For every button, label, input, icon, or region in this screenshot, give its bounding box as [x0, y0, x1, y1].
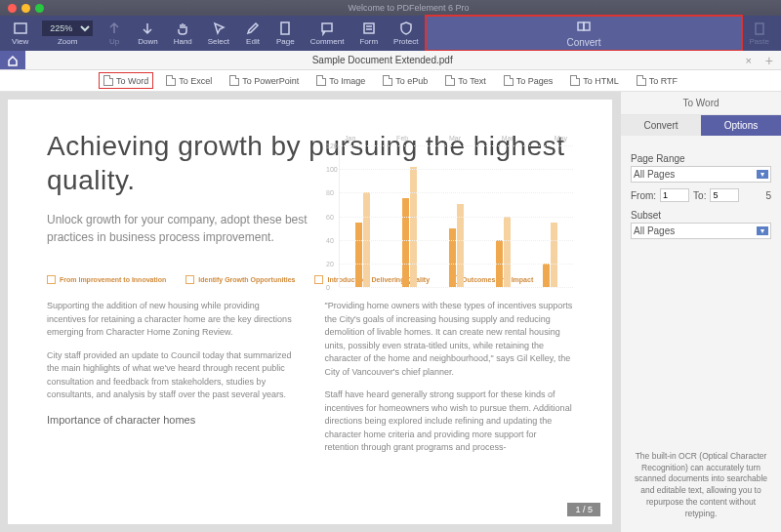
- chevron-down-icon: ▾: [757, 170, 768, 179]
- zoom-control: 225% Zoom: [36, 16, 99, 51]
- tab-strip: Sample Document Extended.pdf × +: [0, 51, 781, 70]
- page-subheading: Unlock growth for your company, adopt th…: [47, 211, 320, 246]
- side-panel: To Word Convert Options Page Range All P…: [620, 92, 781, 532]
- to-html-button[interactable]: To HTML: [566, 73, 623, 88]
- tab-convert[interactable]: Convert: [621, 115, 701, 136]
- svg-rect-4: [578, 22, 584, 30]
- window-controls: [8, 4, 44, 13]
- pencil-icon: [245, 20, 261, 36]
- svg-rect-5: [584, 22, 590, 30]
- tab-options[interactable]: Options: [701, 115, 781, 136]
- form-icon: [361, 20, 377, 36]
- convert-button[interactable]: Convert: [426, 16, 741, 51]
- chevron-down-icon: ▾: [757, 226, 768, 235]
- select-button[interactable]: Select: [200, 16, 237, 51]
- subset-select[interactable]: All Pages▾: [631, 223, 771, 239]
- to-pages-button[interactable]: To Pages: [500, 73, 557, 88]
- paste-button[interactable]: Paste: [742, 16, 777, 51]
- page-icon: [277, 20, 293, 36]
- feature-item: From Improvement to Innovation: [47, 275, 166, 284]
- page-range-select[interactable]: All Pages▾: [631, 166, 771, 183]
- page-button[interactable]: Page: [268, 16, 303, 51]
- form-button[interactable]: Form: [351, 16, 386, 51]
- to-powerpoint-button[interactable]: To PowerPoint: [226, 73, 303, 88]
- page-total: 5: [765, 190, 771, 201]
- to-text-button[interactable]: To Text: [441, 73, 489, 88]
- view-icon: [13, 20, 28, 36]
- bar-group: [402, 167, 417, 287]
- svg-rect-1: [281, 22, 289, 34]
- to-excel-button[interactable]: To Excel: [162, 73, 216, 88]
- doc-icon: [316, 75, 326, 86]
- doc-icon: [570, 75, 580, 86]
- main-toolbar: View 225% Zoom Up Down Hand Select Edit …: [0, 16, 781, 51]
- shield-icon: [398, 20, 414, 36]
- doc-icon: [383, 75, 392, 86]
- doc-icon: [229, 75, 239, 86]
- hand-icon: [175, 20, 190, 36]
- down-button[interactable]: Down: [130, 16, 165, 51]
- doc-icon: [166, 75, 176, 86]
- to-label: To:: [693, 190, 706, 201]
- zoom-window-button[interactable]: [35, 4, 44, 13]
- convert-icon: [576, 19, 592, 34]
- new-tab-button[interactable]: +: [758, 53, 781, 68]
- comment-button[interactable]: Comment: [303, 16, 352, 51]
- convert-toolbar: To Word To Excel To PowerPoint To Image …: [0, 70, 781, 92]
- home-icon: [7, 55, 19, 66]
- options-pane: Page Range All Pages▾ From: To: 5 Subset…: [621, 136, 781, 249]
- bar-group: [496, 217, 511, 288]
- chart-grid: 020406080100120: [339, 145, 573, 287]
- ocr-info-text: The built-in OCR (Optical Character Reco…: [621, 439, 781, 532]
- edit-button[interactable]: Edit: [237, 16, 268, 51]
- doc-icon: [103, 75, 113, 86]
- bar-chart: Jan Feb Mar Mar May 020406080100120: [339, 135, 573, 301]
- side-panel-tabs: Convert Options: [621, 115, 781, 136]
- window-title: Welcome to PDFelement 6 Pro: [44, 3, 773, 13]
- page-range-row: From: To: 5: [631, 188, 771, 202]
- view-button[interactable]: View: [4, 16, 36, 51]
- paste-icon: [752, 20, 767, 36]
- svg-rect-6: [756, 23, 763, 34]
- cursor-icon: [211, 20, 226, 36]
- chart-x-labels: Jan Feb Mar Mar May: [339, 135, 573, 142]
- side-panel-title: To Word: [621, 92, 781, 115]
- page-indicator: 1 / 5: [567, 503, 600, 516]
- feature-icon: [314, 275, 323, 284]
- svg-rect-0: [15, 23, 26, 33]
- zoom-select[interactable]: 225%: [42, 20, 93, 36]
- feature-icon: [185, 275, 194, 284]
- protect-button[interactable]: Protect: [386, 16, 426, 51]
- to-input[interactable]: [710, 188, 739, 202]
- home-tab[interactable]: [0, 51, 25, 69]
- close-window-button[interactable]: [8, 4, 17, 13]
- document-viewport[interactable]: Achieving growth by pursuing the highest…: [0, 92, 620, 532]
- from-input[interactable]: [660, 188, 689, 202]
- text-columns: Supporting the addition of new housing w…: [47, 300, 573, 465]
- title-bar: Welcome to PDFelement 6 Pro: [0, 0, 781, 16]
- text-column-left: Supporting the addition of new housing w…: [47, 300, 296, 465]
- arrow-down-icon: [140, 20, 155, 36]
- page-range-label: Page Range: [631, 153, 771, 164]
- from-label: From:: [631, 190, 656, 201]
- to-rtf-button[interactable]: To RTF: [633, 73, 681, 88]
- main-area: Achieving growth by pursuing the highest…: [0, 92, 781, 532]
- text-column-right: "Providing home owners with these types …: [325, 300, 574, 465]
- up-button[interactable]: Up: [99, 16, 130, 51]
- arrow-up-icon: [106, 20, 122, 36]
- to-image-button[interactable]: To Image: [312, 73, 369, 88]
- close-tab-button[interactable]: ×: [739, 55, 757, 66]
- doc-icon: [445, 75, 455, 86]
- comment-icon: [319, 20, 335, 36]
- bar-group: [543, 223, 557, 287]
- feature-item: Identify Growth Opportunities: [185, 275, 295, 284]
- svg-rect-2: [322, 23, 332, 31]
- doc-icon: [637, 75, 646, 86]
- hand-button[interactable]: Hand: [166, 16, 200, 51]
- to-epub-button[interactable]: To ePub: [379, 73, 432, 88]
- minimize-window-button[interactable]: [21, 4, 30, 13]
- document-tab[interactable]: Sample Document Extended.pdf: [25, 55, 739, 65]
- subset-label: Subset: [631, 210, 771, 221]
- to-word-button[interactable]: To Word: [100, 73, 152, 88]
- document-page: Achieving growth by pursuing the highest…: [8, 100, 612, 524]
